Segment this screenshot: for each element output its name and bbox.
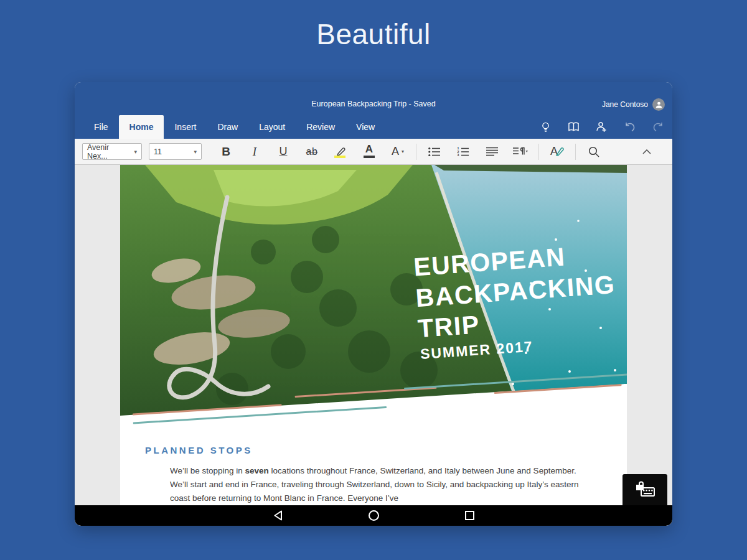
document-title: European Backpacking Trip - Saved <box>75 100 672 108</box>
numbered-list-button[interactable]: 123 <box>449 141 477 162</box>
paragraph-options-button[interactable] <box>506 141 535 162</box>
numbered-list-icon: 123 <box>457 147 469 157</box>
body-paragraph[interactable]: We’ll be stopping in seven locations thr… <box>170 464 591 505</box>
bullet-list-icon <box>428 147 441 157</box>
highlight-button[interactable] <box>326 141 355 162</box>
toolbar-divider <box>416 144 416 160</box>
ribbon-tab-row: File Home Insert Draw Layout Review View <box>75 115 672 139</box>
chevron-down-icon: ▾ <box>194 149 197 155</box>
tab-view[interactable]: View <box>345 115 385 139</box>
font-size-select[interactable]: 11 ▾ <box>149 143 202 160</box>
lightbulb-icon[interactable] <box>540 121 552 133</box>
redo-icon[interactable] <box>652 121 664 133</box>
user-name: Jane Contoso <box>602 100 648 109</box>
svg-text:3: 3 <box>458 153 459 157</box>
marketing-screenshot: { "marketing": { "headline": "Beautiful"… <box>0 0 747 560</box>
share-person-icon[interactable] <box>596 121 608 133</box>
nav-recents-icon[interactable] <box>463 509 476 523</box>
word-app-window: European Backpacking Trip - Saved Jane C… <box>75 82 672 526</box>
italic-button[interactable]: I <box>240 141 269 162</box>
tab-insert[interactable]: Insert <box>164 115 207 139</box>
keyboard-toggle-button[interactable] <box>622 474 667 505</box>
font-size-value: 11 <box>154 147 162 156</box>
alignment-button[interactable] <box>477 141 506 162</box>
justify-icon <box>486 147 498 156</box>
tab-review[interactable]: Review <box>296 115 345 139</box>
document-page[interactable]: EUROPEAN BACKPACKING TRIP SUMMER 2017 PL… <box>120 165 627 505</box>
tab-layout[interactable]: Layout <box>248 115 296 139</box>
read-mode-book-icon[interactable] <box>568 121 580 133</box>
styles-button[interactable]: A <box>543 141 571 162</box>
formatting-toolbar: Avenir Nex... ▾ 11 ▾ B I U ab A A ▾ <box>75 139 672 165</box>
chevron-up-icon <box>642 149 651 154</box>
font-name-value: Avenir Nex... <box>87 143 130 161</box>
strikethrough-button[interactable]: ab <box>298 141 326 162</box>
toolbar-divider <box>538 144 539 160</box>
title-bar: European Backpacking Trip - Saved Jane C… <box>75 82 672 115</box>
avatar[interactable] <box>652 98 665 111</box>
tab-file[interactable]: File <box>83 115 119 139</box>
underline-button[interactable]: U <box>269 141 298 162</box>
nav-home-icon[interactable] <box>367 509 380 523</box>
character-formatting-button[interactable]: A ▾ <box>383 141 412 162</box>
tab-draw[interactable]: Draw <box>207 115 248 139</box>
section-heading: PLANNED STOPS <box>145 445 253 455</box>
document-canvas[interactable]: EUROPEAN BACKPACKING TRIP SUMMER 2017 PL… <box>75 165 672 505</box>
undo-icon[interactable] <box>624 121 636 133</box>
toolbar-divider <box>575 144 576 160</box>
stripe-salmon <box>494 384 622 394</box>
search-icon <box>588 146 599 157</box>
character-formatting-label: A <box>392 145 399 158</box>
chevron-down-icon: ▾ <box>134 149 137 155</box>
bold-button[interactable]: B <box>212 141 240 162</box>
font-name-select[interactable]: Avenir Nex... ▾ <box>82 143 142 160</box>
chevron-down-icon: ▾ <box>402 149 404 154</box>
collapse-ribbon-button[interactable] <box>632 141 661 162</box>
floating-keyboard-icon <box>634 481 656 498</box>
body-text-part1: We’ll be stopping in <box>170 466 245 475</box>
font-color-bar <box>364 156 375 158</box>
android-nav-bar <box>75 505 672 526</box>
bullet-list-button[interactable] <box>420 141 449 162</box>
nav-back-icon[interactable] <box>271 509 284 523</box>
font-color-label: A <box>365 144 373 154</box>
search-button[interactable] <box>580 141 608 162</box>
person-icon <box>655 101 663 109</box>
tab-action-icons <box>540 115 664 139</box>
hero-title-line3: TRIP <box>417 310 481 343</box>
account-area[interactable]: Jane Contoso <box>602 98 665 111</box>
font-color-button[interactable]: A <box>355 141 383 162</box>
stripe-teal <box>133 406 387 424</box>
highlight-color-bar <box>334 156 345 158</box>
tab-home[interactable]: Home <box>119 115 164 139</box>
marketing-headline: Beautiful <box>0 17 747 51</box>
paragraph-options-icon <box>513 147 528 157</box>
body-text-bold: seven <box>245 466 269 475</box>
styles-pen-icon <box>555 147 564 156</box>
